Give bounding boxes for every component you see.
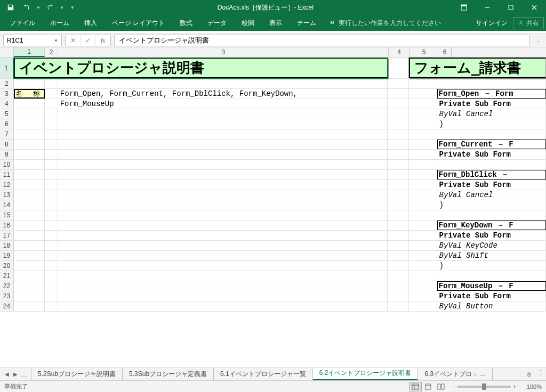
cell[interactable]: [58, 241, 388, 250]
row-header[interactable]: 17: [0, 231, 14, 240]
code-line[interactable]: [437, 271, 546, 281]
zoom-percent[interactable]: 100%: [520, 383, 542, 390]
cell[interactable]: [58, 160, 388, 169]
row-header[interactable]: 2: [0, 79, 14, 88]
sheet-tab[interactable]: 6.1イベントプロシージャ一覧: [213, 368, 313, 380]
cell[interactable]: [14, 160, 45, 169]
cell[interactable]: [14, 251, 45, 260]
cell[interactable]: [45, 210, 58, 220]
qat-customize-icon[interactable]: ▼: [70, 5, 75, 10]
cell[interactable]: [14, 271, 45, 281]
cell[interactable]: [14, 220, 45, 230]
signin-link[interactable]: サインイン: [476, 19, 508, 28]
cell[interactable]: [14, 150, 45, 159]
code-line[interactable]: Form_Open － Form: [437, 89, 546, 99]
zoom-in-icon[interactable]: +: [513, 383, 516, 390]
code-line[interactable]: Form_DblClick －: [437, 170, 546, 179]
cell[interactable]: [14, 200, 45, 210]
row-header[interactable]: 20: [0, 261, 14, 271]
cell[interactable]: [388, 99, 409, 109]
row-header[interactable]: 22: [0, 281, 14, 291]
zoom-slider[interactable]: − +: [452, 383, 516, 390]
undo-dropdown-icon[interactable]: ▼: [36, 5, 41, 10]
cell[interactable]: [58, 251, 388, 260]
row-header[interactable]: 8: [0, 140, 14, 149]
cell[interactable]: [388, 58, 409, 78]
sheet-tab[interactable]: 6.2イベントプロシージャ説明書: [312, 368, 419, 380]
code-line[interactable]: Private Sub Form: [437, 99, 546, 109]
formula-input[interactable]: イベントプロシージャ説明書: [114, 35, 530, 46]
code-line[interactable]: ByVal Button: [437, 301, 546, 311]
column-header[interactable]: 6: [438, 47, 452, 57]
code-line[interactable]: Private Sub Form: [437, 291, 546, 301]
column-header[interactable]: 4: [389, 47, 410, 57]
cell[interactable]: [58, 261, 388, 271]
cell[interactable]: [388, 301, 409, 311]
name-box-dropdown-icon[interactable]: ▼: [54, 38, 58, 43]
cell[interactable]: [409, 79, 437, 88]
cell[interactable]: [45, 281, 58, 291]
name-box[interactable]: R1C1 ▼: [3, 35, 62, 46]
code-line[interactable]: [437, 210, 546, 220]
code-line[interactable]: [437, 160, 546, 169]
column-header[interactable]: 1: [14, 47, 45, 57]
cell-text[interactable]: Form_Open, Form_Current, Form_DblClick, …: [58, 89, 388, 99]
cell[interactable]: [14, 140, 45, 149]
tab-data[interactable]: データ: [200, 15, 234, 31]
code-line[interactable]: Private Sub Form: [437, 231, 546, 240]
enter-formula-icon[interactable]: ✓: [81, 35, 95, 46]
tab-insert[interactable]: 挿入: [77, 15, 105, 31]
cell[interactable]: [58, 180, 388, 190]
cell[interactable]: [45, 79, 58, 88]
cell[interactable]: [409, 271, 437, 281]
cell[interactable]: [388, 190, 409, 200]
cell[interactable]: [14, 210, 45, 220]
row-header[interactable]: 13: [0, 190, 14, 200]
row-header[interactable]: 15: [0, 210, 14, 220]
tell-me-search[interactable]: 実行したい作業を入力してください: [329, 19, 441, 28]
page-layout-view-icon[interactable]: [422, 382, 435, 391]
cell[interactable]: [14, 109, 45, 119]
code-line[interactable]: Form_MouseUp － F: [437, 281, 546, 291]
share-button[interactable]: 共有: [513, 17, 544, 29]
cell[interactable]: [388, 160, 409, 169]
cell[interactable]: [409, 210, 437, 220]
cell[interactable]: [14, 119, 45, 129]
cancel-formula-icon[interactable]: ✕: [66, 35, 81, 46]
row-header[interactable]: 14: [0, 200, 14, 210]
sheet-nav-more-icon[interactable]: …: [20, 371, 28, 378]
sheet-nav-prev-icon[interactable]: ◀: [3, 371, 11, 378]
row-header[interactable]: 1: [0, 58, 14, 78]
cell[interactable]: [409, 200, 437, 210]
title-right[interactable]: フォーム_請求書: [409, 58, 546, 78]
cell[interactable]: [409, 109, 437, 119]
cell[interactable]: [45, 241, 58, 250]
cell[interactable]: [388, 251, 409, 260]
page-break-view-icon[interactable]: [435, 382, 447, 391]
cell[interactable]: [58, 119, 388, 129]
cell[interactable]: [409, 129, 437, 139]
cell[interactable]: [45, 99, 58, 109]
cell[interactable]: [45, 119, 58, 129]
tab-review[interactable]: 校閲: [234, 15, 262, 31]
row-header[interactable]: 18: [0, 241, 14, 250]
cell[interactable]: [58, 271, 388, 281]
code-line[interactable]: [437, 129, 546, 139]
row-header[interactable]: 21: [0, 271, 14, 281]
cell[interactable]: [388, 109, 409, 119]
cell[interactable]: [58, 129, 388, 139]
code-line[interactable]: ByVal Cancel: [437, 109, 546, 119]
redo-dropdown-icon[interactable]: ▼: [60, 5, 64, 10]
cell[interactable]: [14, 231, 45, 240]
cell[interactable]: [58, 140, 388, 149]
cell[interactable]: [409, 170, 437, 179]
row-header[interactable]: 9: [0, 150, 14, 159]
tab-page-layout[interactable]: ページ レイアウト: [105, 15, 172, 31]
row-header[interactable]: 5: [0, 109, 14, 119]
cell[interactable]: [14, 301, 45, 311]
code-line[interactable]: [437, 79, 546, 88]
cell[interactable]: [14, 190, 45, 200]
sheet-tab[interactable]: 5.3Subプロシージャ定義書: [122, 368, 214, 380]
cell[interactable]: [409, 241, 437, 250]
cell[interactable]: [14, 170, 45, 179]
